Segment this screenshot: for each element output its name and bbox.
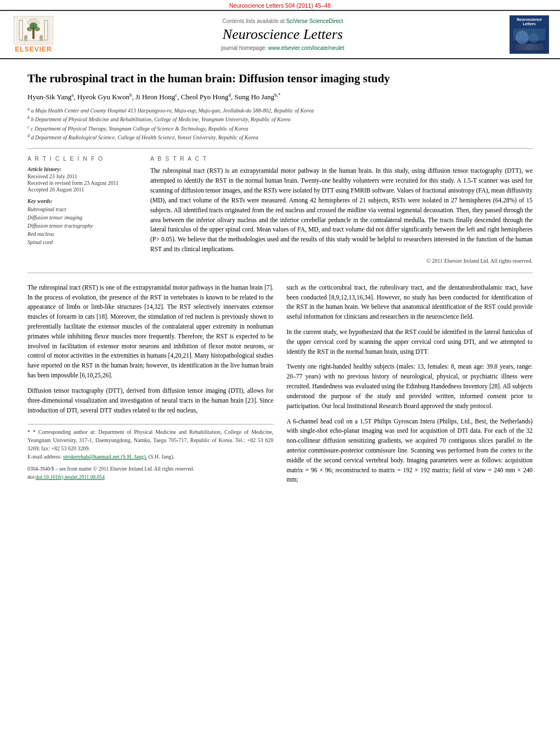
body-right-para-2-text: In the current study, we hypothesized th…	[287, 327, 533, 357]
divider-2	[27, 273, 533, 273]
body-right-col: such as the corticorubral tract, the rub…	[287, 283, 533, 490]
email-line: E-mail address: strokerehab@hanmail.net …	[27, 452, 274, 461]
author-5: Sung Ho Jang	[234, 93, 274, 101]
keyword-5: Spinal cord	[27, 238, 137, 246]
author-1-sup: a	[71, 92, 73, 98]
footnote-block: * * Corresponding author at: Department …	[27, 424, 274, 481]
body-right-para-2: In the current study, we hypothesized th…	[287, 327, 533, 357]
sciverse-line: Contents lists available at SciVerse Sci…	[64, 18, 502, 24]
author-3: Ji Heon Hong	[135, 93, 175, 101]
body-right-para-4-text: A 6-channel head coil on a 1.5T Philips …	[287, 417, 533, 485]
body-section: The rubrospinal tract (RST) is one of th…	[27, 283, 533, 490]
revised-date: Received in revised form 23 August 2011	[27, 180, 137, 186]
footnote-star-line: * * Corresponding author at: Department …	[27, 428, 274, 452]
affiliation-d: d d Department of Radiological Science, …	[27, 133, 533, 142]
article-info-col: A R T I C L E I N F O Article history: R…	[27, 155, 137, 263]
body-left-col: The rubrospinal tract (RST) is one of th…	[27, 283, 274, 490]
email-link[interactable]: strokerehab@hanmail.net (S.H. Jang).	[63, 454, 147, 460]
elsevier-logo-block: ELSEVIER	[9, 16, 58, 53]
body-para-2: Diffusion tensor tractography (DTT), der…	[27, 386, 274, 415]
svg-point-7	[27, 27, 32, 31]
homepage-url[interactable]: www.elsevier.com/locate/neulet	[268, 45, 344, 51]
journal-title-block: Contents lists available at SciVerse Sci…	[64, 18, 502, 51]
accepted-date: Accepted 26 August 2011	[27, 186, 137, 193]
doi-link[interactable]: doi:10.1016/j.neulet.2011.08.054	[36, 474, 105, 480]
email-name: (S.H. Jang).	[149, 454, 175, 460]
body-para-1: The rubrospinal tract (RST) is one of th…	[27, 283, 274, 381]
svg-rect-13	[20, 40, 47, 41]
neuroscience-thumbnail: NeuroscienceLetters	[507, 15, 551, 54]
elsevier-tree-logo	[14, 16, 53, 44]
keywords-label: Key words:	[27, 198, 137, 204]
author-4-sup: d	[228, 92, 231, 98]
body-two-col: The rubrospinal tract (RST) is one of th…	[27, 283, 533, 490]
body-right-para-3: Twenty one right-handed healthy subjects…	[287, 362, 533, 411]
received-date: Received 23 July 2011	[27, 173, 137, 179]
sciverse-prefix: Contents lists available at	[222, 18, 284, 24]
info-abstract-section: A R T I C L E I N F O Article history: R…	[27, 155, 533, 263]
divider-1	[27, 148, 533, 149]
affiliation-c: c c Department of Physical Therapy, Yeun…	[27, 124, 533, 133]
elsevier-brand-text: ELSEVIER	[15, 46, 52, 53]
keyword-3: Diffusion tensor tractography	[27, 222, 137, 230]
abstract-col: A B S T R A C T The rubrospinal tract (R…	[150, 155, 533, 263]
keyword-2: Diffusion tensor imaging	[27, 213, 137, 222]
body-right-para-1-text: such as the corticorubral tract, the rub…	[287, 283, 533, 322]
copyright-line: © 2011 Elsevier Ireland Ltd. All rights …	[150, 258, 533, 264]
article-info-heading: A R T I C L E I N F O	[27, 155, 137, 162]
doi-line: doi:doi:10.1016/j.neulet.2011.08.054	[27, 473, 274, 481]
body-para-1-text: The rubrospinal tract (RST) is one of th…	[27, 283, 274, 381]
affiliation-b: b b Department of Physical Medicine and …	[27, 115, 533, 123]
author-3-sup: c	[175, 92, 177, 98]
svg-point-8	[35, 27, 40, 31]
affiliations-block: a a Muju Health Center and County Hospit…	[27, 106, 533, 142]
author-4: Cheol Pyo Hong	[181, 93, 229, 101]
doi-prefix: doi:	[27, 474, 36, 480]
journal-name: Neuroscience Letters	[64, 26, 502, 43]
author-5-sup: b,*	[274, 92, 280, 98]
body-right-para-1: such as the corticorubral tract, the rub…	[287, 283, 533, 322]
footnote-star: *	[27, 429, 30, 435]
main-content: The rubrospinal tract in the human brain…	[0, 71, 560, 490]
keywords-block: Key words: Rubrospinal tract Diffusion t…	[27, 198, 137, 246]
author-1: Hyun-Sik Yang	[27, 93, 71, 101]
journal-ref-text: Neuroscience Letters 504 (2011) 45–48	[229, 2, 331, 9]
abstract-text: The rubrospinal tract (RST) is an extrap…	[150, 166, 533, 254]
homepage-prefix: journal homepage:	[221, 45, 267, 51]
author-2-sup: b	[129, 92, 132, 98]
footnote-text: * Corresponding author at: Department of…	[27, 429, 274, 451]
journal-reference-bar: Neuroscience Letters 504 (2011) 45–48	[0, 0, 560, 10]
abstract-heading: A B S T R A C T	[150, 155, 533, 162]
journal-homepage-line: journal homepage: www.elsevier.com/locat…	[64, 45, 502, 51]
author-2: Hyeok Gyu Kwon	[77, 93, 129, 101]
body-right-para-4: A 6-channel head coil on a 1.5T Philips …	[287, 417, 533, 485]
sciverse-link[interactable]: SciVerse ScienceDirect	[286, 18, 343, 24]
journal-header: ELSEVIER Contents lists available at Sci…	[0, 10, 560, 59]
keyword-4: Red nucleus	[27, 230, 137, 238]
keyword-1: Rubrospinal tract	[27, 205, 137, 213]
history-label: Article history:	[27, 166, 137, 172]
email-label: E-mail address:	[27, 454, 61, 460]
body-para-2-text: Diffusion tensor tractography (DTT), der…	[27, 386, 274, 415]
affiliation-a: a a Muju Health Center and County Hospit…	[27, 106, 533, 115]
issn-line: 0304-3940/$ – see front matter © 2011 El…	[27, 465, 274, 473]
cover-thumbnail: NeuroscienceLetters	[510, 15, 549, 54]
authors-line: Hyun-Sik Yanga, Hyeok Gyu Kwonb, Ji Heon…	[27, 92, 533, 103]
article-title: The rubrospinal tract in the human brain…	[27, 71, 533, 86]
body-right-para-3-text: Twenty one right-handed healthy subjects…	[287, 362, 533, 411]
